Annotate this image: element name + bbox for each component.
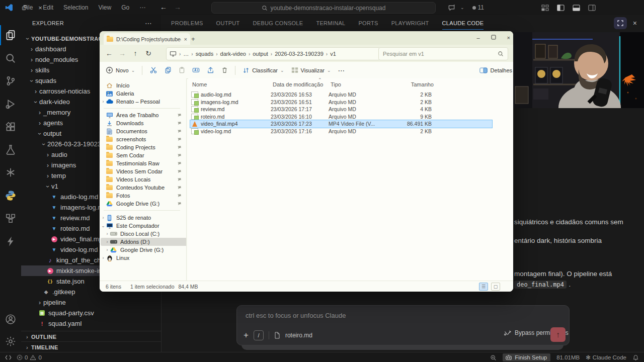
rename-icon[interactable] <box>192 66 200 74</box>
sidebar-item-videos-locais[interactable]: Videos Locais <box>101 175 184 184</box>
layout-sidebar-left-icon[interactable] <box>557 5 565 11</box>
file-row-review-md[interactable]: review.md23/03/2026 17:17Arquivo MD4 KB <box>190 106 492 113</box>
breadcrumb-segment-output[interactable]: output <box>252 51 269 57</box>
search-icon[interactable] <box>0 48 21 68</box>
icons-view-icon[interactable]: ▢ <box>491 283 500 291</box>
tab-close-icon[interactable]: × <box>184 36 187 42</box>
section-timeline[interactable]: ›TIMELINE <box>21 341 161 352</box>
slash-command-icon[interactable]: / <box>254 330 264 340</box>
asterisk-icon[interactable] <box>0 162 21 183</box>
sidebar-item-galeria[interactable]: Galeria <box>101 89 184 98</box>
source-control-icon[interactable] <box>0 71 21 91</box>
sidebar-item-disco-local-c-[interactable]: ›Disco Local (C:) <box>101 230 187 238</box>
finish-setup-button[interactable]: Finish Setup <box>503 353 550 361</box>
layout-sidebar-right-icon[interactable] <box>588 5 596 11</box>
files-icon[interactable] <box>0 25 21 45</box>
forward-icon[interactable]: → <box>116 49 129 57</box>
menu-edit[interactable]: Edit <box>39 3 57 13</box>
copilot-chat-icon[interactable] <box>448 4 455 12</box>
sidebar-item-addons-d-[interactable]: ›Addons (D:) <box>101 238 187 246</box>
column-tamanho[interactable]: Tamanho <box>388 81 434 87</box>
settings-gear-icon[interactable] <box>0 331 21 351</box>
menu-file[interactable]: File <box>19 3 37 13</box>
panel-tab-terminal[interactable]: TERMINAL <box>316 17 345 29</box>
up-icon[interactable]: ↑ <box>129 49 142 57</box>
sidebar-item-google-drive-g-[interactable]: ›Google Drive (G:) <box>101 246 187 254</box>
column-tipo[interactable]: Tipo <box>331 81 388 87</box>
file-row-video-final-mp4[interactable]: video_final.mp423/03/2026 17:23MP4 Video… <box>190 120 492 128</box>
new-button[interactable]: Novo⌄ <box>106 66 135 74</box>
sidebar-item-s25-de-renato[interactable]: ›S25 de renato <box>101 214 184 222</box>
breadcrumb-segment-v1[interactable]: v1 <box>329 51 337 57</box>
sidebar-item--rea-de-trabalho[interactable]: Área de Trabalho <box>101 111 184 119</box>
panel-tab-debug-console[interactable]: DEBUG CONSOLE <box>253 17 303 29</box>
sidebar-item-screenshots[interactable]: screenshots <box>101 135 184 143</box>
claude-code-status[interactable]: ✻ Claude Code <box>586 354 626 361</box>
file-row-video-log-md[interactable]: video-log.md23/03/2026 17:16Arquivo MD2 … <box>190 128 492 135</box>
refresh-icon[interactable]: ↻ <box>142 49 155 57</box>
sidebar-item-renato-pessoal[interactable]: ›Renato – Pessoal <box>101 98 184 106</box>
remote-window-icon[interactable] <box>5 354 12 360</box>
remote-explorer-icon[interactable] <box>0 208 21 228</box>
minimize-icon[interactable]: – <box>476 35 479 41</box>
sidebar-item-videos-sem-codar[interactable]: Videos Sem Codar <box>101 167 184 175</box>
python-icon[interactable] <box>0 186 21 206</box>
send-button[interactable]: ↑ <box>550 327 566 342</box>
layout-panel-icon[interactable] <box>573 5 580 11</box>
menu-[interactable]: ⋯ <box>135 3 149 13</box>
breadcrumb-segment-2026-03-23-190239[interactable]: 2026-03-23-190239 <box>274 51 325 57</box>
menu-selection[interactable]: Selection <box>59 3 92 13</box>
lightning-icon[interactable] <box>0 231 21 251</box>
new-tab-icon[interactable]: + <box>191 35 195 43</box>
panel-tab-output[interactable]: OUTPUT <box>216 17 240 29</box>
menu-view[interactable]: View <box>94 3 115 13</box>
bell-icon[interactable] <box>632 354 639 361</box>
chevron-down-icon[interactable]: ⌄ <box>460 5 464 10</box>
zoom-icon[interactable] <box>490 354 497 361</box>
back-icon[interactable]: ← <box>160 3 167 11</box>
account-icon[interactable] <box>0 309 21 329</box>
sidebar-item-in-cio[interactable]: Início <box>101 81 184 89</box>
sidebar-item-google-drive-g-[interactable]: Google Drive (G:) <box>101 200 184 208</box>
sidebar-item-coding-projects[interactable]: Coding Projects <box>101 143 184 151</box>
paste-icon[interactable] <box>179 66 185 74</box>
close-icon[interactable]: × <box>507 35 510 41</box>
column-data[interactable]: Data de modificação <box>273 81 331 87</box>
sidebar-item-testimonials-raw[interactable]: Testimonials Raw <box>101 159 184 167</box>
cut-icon[interactable] <box>149 66 157 74</box>
more-actions-icon[interactable]: ⋯ <box>145 19 152 27</box>
breadcrumb-segment-squads[interactable]: squads <box>195 51 214 57</box>
tree-item-pipeline[interactable]: ›pipeline <box>21 297 162 308</box>
breadcrumb[interactable]: › … ›squads›dark-video›output›2026-03-23… <box>166 47 380 60</box>
view-button[interactable]: Visualizar⌄ <box>291 67 331 73</box>
copy-icon[interactable] <box>165 66 172 74</box>
panel-tab-problems[interactable]: PROBLEMS <box>171 17 203 29</box>
forward-icon[interactable]: → <box>174 3 181 11</box>
layout-grid-icon[interactable] <box>541 5 549 11</box>
maximize-icon[interactable] <box>491 35 496 41</box>
file-row-roteiro-md[interactable]: roteiro.md23/03/2026 16:10Arquivo MD9 KB <box>190 113 492 121</box>
add-attachment-icon[interactable]: + <box>244 330 249 340</box>
sidebar-item-downloads[interactable]: Downloads <box>101 119 184 127</box>
run-debug-icon[interactable] <box>0 94 21 114</box>
sidebar-item-este-computador[interactable]: ⌄Este Computador <box>101 222 184 230</box>
sidebar-item-linux[interactable]: ›Linux <box>101 254 184 262</box>
panel-close-icon[interactable]: × <box>633 19 637 27</box>
sidebar-item-documentos[interactable]: Documentos <box>101 127 184 135</box>
sidebar-item-sem-codar[interactable]: Sem Codar <box>101 151 184 159</box>
problems-summary[interactable]: 0 0 <box>17 354 42 360</box>
panel-tab-claude-code[interactable]: CLAUDE CODE <box>442 17 484 30</box>
test-flask-icon[interactable] <box>0 140 21 160</box>
back-icon[interactable]: ← <box>103 49 116 57</box>
sort-button[interactable]: Classificar⌄ <box>243 67 284 74</box>
sidebar-item-fotos[interactable]: Fotos <box>101 192 184 200</box>
section-outline[interactable]: ›OUTLINE <box>21 331 161 342</box>
attachment-name[interactable]: roteiro.md <box>285 332 312 339</box>
breadcrumb-ellipsis[interactable]: … <box>183 51 189 57</box>
column-nome[interactable]: Nome <box>192 81 273 87</box>
search-box[interactable]: Pesquisar em v1 <box>378 47 508 60</box>
delete-icon[interactable] <box>221 66 228 74</box>
tree-item-squad-party-csv[interactable]: ▦squad-party.csv <box>21 308 162 318</box>
breadcrumb-segment-dark-video[interactable]: dark-video <box>219 51 247 57</box>
sidebar-item-conteudos-youtube[interactable]: Conteudos Youtube <box>101 184 184 192</box>
